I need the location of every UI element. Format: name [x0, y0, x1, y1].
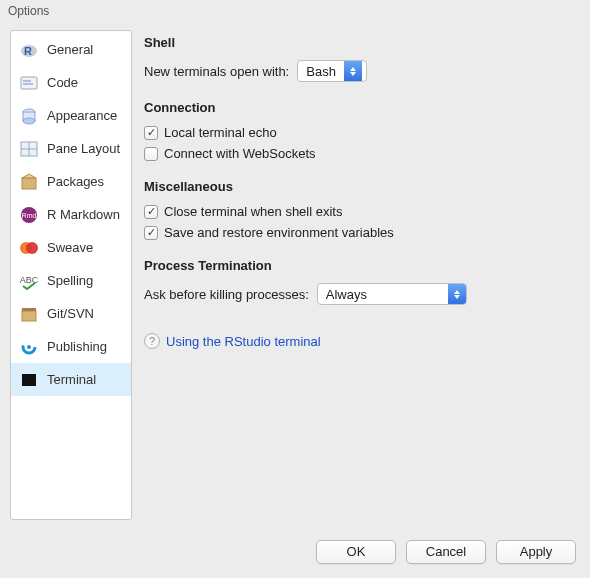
sidebar-item-packages[interactable]: Packages: [11, 165, 131, 198]
section-heading: Miscellaneous: [144, 179, 574, 194]
websockets-checkbox[interactable]: [144, 147, 158, 161]
svg-rect-22: [22, 374, 36, 386]
ask-before-killing-select[interactable]: Always: [317, 283, 467, 305]
terminal-icon: [19, 370, 39, 390]
svg-text:ABC: ABC: [20, 275, 39, 285]
sidebar-item-pane-layout[interactable]: Pane Layout: [11, 132, 131, 165]
sidebar-item-label: General: [47, 42, 93, 57]
svg-text:Rmd: Rmd: [22, 212, 37, 219]
r-icon: R: [19, 40, 39, 60]
sidebar-item-general[interactable]: R General: [11, 33, 131, 66]
save-env-checkbox[interactable]: [144, 226, 158, 240]
checkbox-label: Connect with WebSockets: [164, 146, 316, 161]
svg-rect-11: [22, 178, 36, 189]
help-link[interactable]: ? Using the RStudio terminal: [144, 333, 574, 349]
sidebar-item-appearance[interactable]: Appearance: [11, 99, 131, 132]
select-value: Always: [318, 287, 448, 302]
section-shell: Shell New terminals open with: Bash: [144, 35, 574, 82]
svg-rect-18: [22, 311, 36, 321]
section-process-termination: Process Termination Ask before killing p…: [144, 258, 574, 305]
ok-button[interactable]: OK: [316, 540, 396, 564]
sidebar-item-label: Packages: [47, 174, 104, 189]
category-sidebar: R General Code Appearance P: [10, 30, 132, 520]
svg-point-7: [23, 118, 35, 124]
spelling-icon: ABC: [19, 271, 39, 291]
svg-rect-19: [22, 308, 36, 311]
section-connection: Connection Local terminal echo Connect w…: [144, 100, 574, 161]
cancel-button[interactable]: Cancel: [406, 540, 486, 564]
checkbox-label: Local terminal echo: [164, 125, 277, 140]
checkbox-label: Close terminal when shell exits: [164, 204, 342, 219]
sidebar-item-git-svn[interactable]: Git/SVN: [11, 297, 131, 330]
chevron-updown-icon: [448, 283, 466, 305]
window-title: Options: [0, 0, 590, 22]
apply-button[interactable]: Apply: [496, 540, 576, 564]
appearance-icon: [19, 106, 39, 126]
sidebar-item-label: Sweave: [47, 240, 93, 255]
sidebar-item-terminal[interactable]: Terminal: [11, 363, 131, 396]
sidebar-item-label: Pane Layout: [47, 141, 120, 156]
sidebar-item-label: Publishing: [47, 339, 107, 354]
sidebar-item-sweave[interactable]: Sweave: [11, 231, 131, 264]
rmarkdown-icon: Rmd: [19, 205, 39, 225]
section-heading: Shell: [144, 35, 574, 50]
checkbox-label: Save and restore environment variables: [164, 225, 394, 240]
pane-layout-icon: [19, 139, 39, 159]
sidebar-item-label: Terminal: [47, 372, 96, 387]
close-on-exit-checkbox[interactable]: [144, 205, 158, 219]
help-link-label: Using the RStudio terminal: [166, 334, 321, 349]
open-with-select[interactable]: Bash: [297, 60, 367, 82]
settings-panel: Shell New terminals open with: Bash Conn…: [142, 30, 580, 530]
svg-marker-12: [22, 174, 36, 178]
sidebar-item-label: Appearance: [47, 108, 117, 123]
sidebar-item-spelling[interactable]: ABC Spelling: [11, 264, 131, 297]
svg-rect-2: [21, 77, 37, 89]
sidebar-item-label: Code: [47, 75, 78, 90]
sidebar-item-code[interactable]: Code: [11, 66, 131, 99]
svg-point-16: [26, 242, 38, 254]
dialog-footer: OK Cancel Apply: [0, 530, 590, 578]
chevron-updown-icon: [344, 60, 362, 82]
sidebar-item-label: Git/SVN: [47, 306, 94, 321]
ask-before-killing-label: Ask before killing processes:: [144, 287, 309, 302]
code-icon: [19, 73, 39, 93]
publishing-icon: [19, 337, 39, 357]
help-icon: ?: [144, 333, 160, 349]
options-dialog: Options R General Code Appearance: [0, 0, 590, 578]
section-heading: Process Termination: [144, 258, 574, 273]
section-miscellaneous: Miscellaneous Close terminal when shell …: [144, 179, 574, 240]
sidebar-item-rmarkdown[interactable]: Rmd R Markdown: [11, 198, 131, 231]
sweave-icon: [19, 238, 39, 258]
sidebar-item-label: R Markdown: [47, 207, 120, 222]
select-value: Bash: [298, 64, 344, 79]
packages-icon: [19, 172, 39, 192]
sidebar-item-label: Spelling: [47, 273, 93, 288]
local-echo-checkbox[interactable]: [144, 126, 158, 140]
open-with-label: New terminals open with:: [144, 64, 289, 79]
svg-text:R: R: [24, 45, 32, 57]
svg-point-21: [27, 345, 31, 349]
section-heading: Connection: [144, 100, 574, 115]
sidebar-item-publishing[interactable]: Publishing: [11, 330, 131, 363]
git-svn-icon: [19, 304, 39, 324]
